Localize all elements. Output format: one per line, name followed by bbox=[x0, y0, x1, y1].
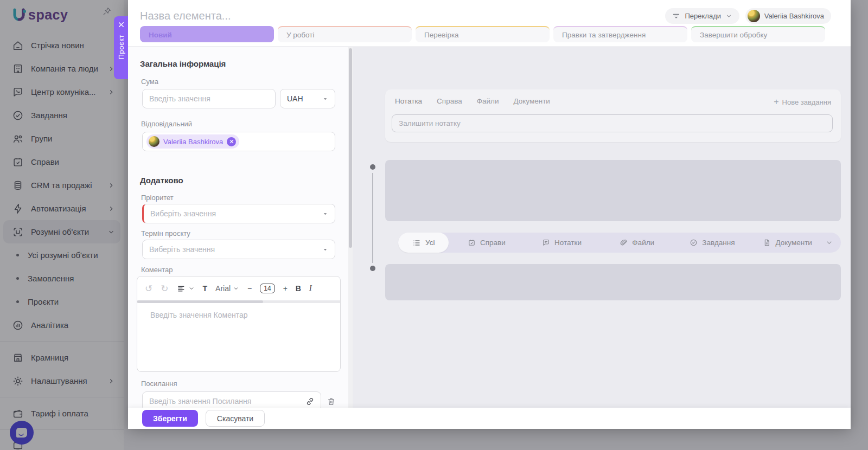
modal-header: Переклади Valeriia Bashkirova Новий У ро… bbox=[128, 0, 851, 47]
section-general-heading: Загальна інформація bbox=[140, 59, 226, 68]
sum-input[interactable] bbox=[142, 89, 276, 108]
close-icon[interactable] bbox=[118, 21, 125, 28]
priority-label: Пріоритет bbox=[141, 194, 174, 202]
plus-icon: + bbox=[774, 97, 778, 107]
caret-down-icon bbox=[322, 211, 328, 217]
activity-composer-card: Нотатка Справа Файли Документи + Нове за… bbox=[385, 89, 841, 142]
filter-label: Усі bbox=[425, 239, 435, 247]
chevron-down-icon bbox=[725, 12, 732, 20]
paperclip-icon bbox=[620, 239, 628, 247]
filter-activities[interactable]: Справи bbox=[449, 239, 524, 247]
stage-new[interactable]: Новий bbox=[140, 26, 274, 42]
filter-label: Завдання bbox=[702, 239, 735, 247]
tab-files[interactable]: Файли bbox=[477, 97, 499, 105]
remove-chip-icon[interactable]: ✕ bbox=[227, 137, 236, 146]
user-avatar bbox=[748, 10, 760, 22]
current-user-button[interactable]: Valeriia Bashkirova bbox=[745, 8, 831, 24]
caret-down-icon bbox=[188, 285, 195, 292]
undo-icon[interactable]: ↺ bbox=[145, 283, 152, 294]
responsible-chip: Valeriia Bashkirova ✕ bbox=[146, 134, 239, 149]
element-form: Загальна інформація Сума UAH Відповідаль… bbox=[128, 47, 353, 408]
link-icon[interactable] bbox=[305, 396, 315, 407]
list-icon bbox=[412, 239, 421, 247]
new-task-label: Нове завдання bbox=[782, 98, 831, 106]
stage-finish-processing[interactable]: Завершити обробку bbox=[691, 26, 825, 42]
project-term-placeholder: Виберіть значення bbox=[149, 245, 215, 254]
modal-footer: Зберегти Скасувати bbox=[128, 408, 851, 429]
cancel-button[interactable]: Скасувати bbox=[206, 410, 265, 427]
redo-icon[interactable]: ↻ bbox=[161, 283, 168, 294]
italic-button[interactable]: I bbox=[309, 284, 312, 293]
element-name-input[interactable] bbox=[140, 8, 487, 23]
filter-tasks[interactable]: Завдання bbox=[675, 239, 750, 247]
filter-files[interactable]: Файли bbox=[599, 239, 675, 247]
translations-button[interactable]: Переклади bbox=[665, 8, 739, 24]
element-create-modal: Проєкт Переклади Valeriia Bashkirova Нов… bbox=[128, 0, 851, 429]
new-task-button[interactable]: + Нове завдання bbox=[774, 97, 831, 107]
note-icon bbox=[542, 239, 550, 247]
activity-tabs: Нотатка Справа Файли Документи bbox=[395, 97, 550, 105]
form-scrollbar-thumb[interactable] bbox=[349, 48, 352, 248]
link-label: Посилання bbox=[141, 380, 177, 388]
font-size-value[interactable]: 14 bbox=[260, 284, 275, 293]
font-size-increase-button[interactable]: + bbox=[283, 284, 288, 293]
priority-select[interactable]: Виберіть значення bbox=[142, 204, 335, 223]
document-icon bbox=[763, 239, 771, 247]
skeleton-block bbox=[385, 264, 841, 300]
trash-icon[interactable] bbox=[327, 397, 336, 406]
filter-label: Нотатки bbox=[554, 239, 582, 247]
font-family-button[interactable]: Arial bbox=[215, 284, 239, 293]
timeline-dot bbox=[370, 266, 375, 271]
sum-label: Сума bbox=[141, 78, 158, 86]
font-size-decrease-button[interactable]: − bbox=[247, 284, 252, 293]
tab-note[interactable]: Нотатка bbox=[395, 97, 422, 105]
tab-documents[interactable]: Документи bbox=[513, 97, 550, 105]
caret-down-icon bbox=[233, 285, 239, 292]
leave-note-input[interactable] bbox=[392, 114, 833, 132]
calendar-check-icon bbox=[468, 239, 476, 247]
font-name: Arial bbox=[215, 284, 231, 293]
skeleton-block bbox=[385, 160, 841, 221]
comment-label: Коментар bbox=[141, 266, 173, 274]
responsible-field[interactable]: Valeriia Bashkirova ✕ bbox=[142, 132, 335, 151]
project-term-select[interactable]: Виберіть значення bbox=[142, 240, 335, 259]
chip-name: Valeriia Bashkirova bbox=[163, 138, 223, 146]
activity-filter-bar: Усі Справи Нотатки Файли Завдання Докуме… bbox=[398, 233, 841, 253]
stage-review[interactable]: Перевірка bbox=[416, 26, 550, 42]
align-button[interactable] bbox=[177, 284, 195, 293]
comment-placeholder: Введіть значення Коментар bbox=[150, 311, 248, 319]
filter-lines-icon bbox=[672, 12, 680, 20]
filter-label: Документи bbox=[775, 239, 812, 247]
stage-edits-approval[interactable]: Правки та затвердження bbox=[553, 26, 687, 42]
scrollbar-thumb[interactable] bbox=[137, 300, 263, 303]
caret-down-icon bbox=[322, 247, 328, 253]
timeline-dot bbox=[370, 164, 375, 170]
activity-panel: Нотатка Справа Файли Документи + Нове за… bbox=[353, 47, 851, 408]
project-term-label: Термін проєкту bbox=[141, 229, 190, 237]
timeline-line bbox=[372, 173, 373, 263]
stage-in-progress[interactable]: У роботі bbox=[278, 26, 412, 42]
form-scrollbar bbox=[348, 47, 353, 408]
section-additional-heading: Додатково bbox=[140, 176, 183, 185]
text-color-button[interactable]: T bbox=[203, 284, 208, 293]
tab-activity[interactable]: Справа bbox=[437, 97, 462, 105]
filter-label: Файли bbox=[632, 239, 654, 247]
editor-toolbar-scrollbar bbox=[137, 300, 340, 303]
filter-notes[interactable]: Нотатки bbox=[524, 239, 599, 247]
filter-all[interactable]: Усі bbox=[398, 233, 449, 253]
filter-documents[interactable]: Документи bbox=[750, 239, 825, 247]
currency-select[interactable]: UAH bbox=[280, 89, 335, 108]
currency-value: UAH bbox=[287, 94, 303, 103]
save-button[interactable]: Зберегти bbox=[142, 410, 198, 427]
editor-toolbar: ↺ ↻ T Arial − 14 + B I bbox=[137, 277, 340, 300]
stage-pipeline: Новий У роботі Перевірка Правки та затве… bbox=[140, 26, 825, 42]
comment-editor: ↺ ↻ T Arial − 14 + B I Введіть значе bbox=[137, 276, 341, 372]
check-circle-icon bbox=[690, 239, 698, 247]
side-tab-label: Проєкт bbox=[117, 35, 125, 59]
bold-button[interactable]: B bbox=[296, 284, 301, 293]
translations-label: Переклади bbox=[685, 12, 721, 20]
project-side-tab[interactable]: Проєкт bbox=[114, 16, 128, 79]
comment-textarea[interactable]: Введіть значення Коментар bbox=[137, 303, 340, 371]
responsible-label: Відповідальний bbox=[141, 120, 192, 128]
chevron-down-icon[interactable] bbox=[825, 239, 841, 247]
